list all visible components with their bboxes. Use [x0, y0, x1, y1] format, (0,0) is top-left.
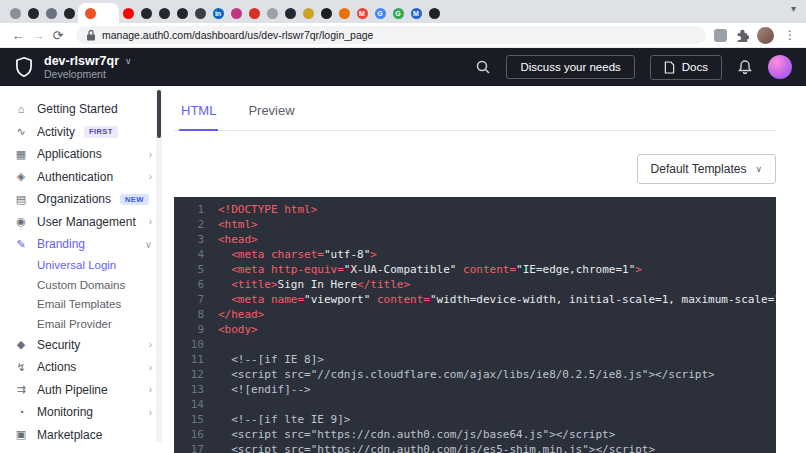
discuss-button-label: Discuss your needs [520, 61, 620, 73]
github-favicon-icon [321, 8, 332, 19]
code-line[interactable]: 8</head> [174, 307, 776, 322]
sidebar-item-getting-started[interactable]: ⌂Getting Started [0, 98, 164, 121]
user-avatar[interactable] [768, 55, 792, 79]
sidebar-item-branding[interactable]: ✎Branding∨ [0, 233, 164, 256]
sidebar-item-applications[interactable]: ▦Applications› [0, 143, 164, 166]
discuss-your-needs-button[interactable]: Discuss your needs [506, 55, 634, 79]
sidebar-item-label: Applications [37, 147, 102, 161]
browser-tab[interactable] [173, 3, 191, 23]
url-text: manage.auth0.com/dashboard/us/dev-rlswr7… [102, 29, 373, 41]
back-icon[interactable]: ← [8, 28, 28, 43]
extension-icon[interactable] [714, 29, 727, 42]
tenant-switcher[interactable]: dev-rlswr7qr ∨ Development [44, 54, 132, 80]
security-icon: ◆ [14, 338, 28, 351]
browser-tab[interactable] [425, 3, 443, 23]
browser-tab[interactable] [263, 3, 281, 23]
app-favicon-icon [429, 8, 440, 19]
sidebar-item-marketplace[interactable]: ▣Marketplace [0, 424, 164, 447]
line-number: 12 [174, 367, 218, 382]
sidebar-item-label: Email Provider [37, 318, 112, 330]
browser-tab[interactable] [335, 3, 353, 23]
browser-tab[interactable] [155, 3, 173, 23]
browser-tab[interactable]: in [209, 3, 227, 23]
sidebar-item-organizations[interactable]: ▤OrganizationsNEW [0, 188, 164, 211]
browser-tab[interactable] [227, 3, 245, 23]
sidebar-item-custom-domains[interactable]: Custom Domains [0, 275, 164, 295]
browser-tab[interactable]: M [353, 3, 371, 23]
browser-tab-active[interactable] [78, 3, 119, 23]
browser-menu-icon[interactable]: ⋮ [782, 28, 798, 42]
sidebar-item-security[interactable]: ◆Security› [0, 334, 164, 357]
browser-tab[interactable] [137, 3, 155, 23]
browser-tab[interactable] [245, 3, 263, 23]
browser-tab[interactable]: G [389, 3, 407, 23]
browser-profile-avatar[interactable] [757, 27, 774, 44]
sidebar-item-email-provider[interactable]: Email Provider [0, 314, 164, 334]
code-editor[interactable]: 1<!DOCTYPE html>2<html>3<head>4 <meta ch… [174, 197, 776, 453]
code-text: <title>Sign In Here</title> [218, 277, 410, 292]
line-number: 5 [174, 262, 218, 277]
forward-icon[interactable]: → [28, 28, 48, 43]
code-text: <html> [218, 217, 258, 232]
main-content: HTML Preview Default Templates ∨ 1<!DOCT… [164, 86, 806, 453]
browser-tab[interactable] [24, 3, 42, 23]
browser-tab[interactable] [191, 3, 209, 23]
code-line[interactable]: 5 <meta http-equiv="X-UA-Compatible" con… [174, 262, 776, 277]
default-templates-label: Default Templates [651, 162, 747, 176]
code-line[interactable]: 16 <script src="https://cdn.auth0.com/js… [174, 427, 776, 442]
code-lines: 1<!DOCTYPE html>2<html>3<head>4 <meta ch… [174, 202, 776, 453]
code-line[interactable]: 17 <script src="https://cdn.auth0.com/js… [174, 442, 776, 453]
auth0-shield-logo-icon[interactable] [14, 56, 34, 78]
organizations-icon: ▤ [14, 193, 28, 206]
code-text: <meta http-equiv="X-UA-Compatible" conte… [218, 262, 642, 277]
code-line[interactable]: 14 [174, 397, 776, 412]
code-line[interactable]: 15 <!--[if lte IE 9]> [174, 412, 776, 427]
activity-icon: ∿ [14, 125, 28, 138]
sidebar-item-actions[interactable]: ↯Actions› [0, 356, 164, 379]
sidebar-item-email-templates[interactable]: Email Templates [0, 295, 164, 315]
code-line[interactable]: 10 [174, 337, 776, 352]
browser-tab[interactable] [281, 3, 299, 23]
sidebar-item-user-management[interactable]: ◉User Management› [0, 211, 164, 234]
tab-preview[interactable]: Preview [246, 99, 296, 130]
docs-button[interactable]: Docs [650, 55, 722, 80]
sidebar-item-universal-login[interactable]: Universal Login [0, 256, 164, 276]
sidebar-scrollbar-thumb[interactable] [157, 90, 161, 138]
extensions-puzzle-icon[interactable] [735, 28, 749, 42]
browser-tab[interactable] [42, 3, 60, 23]
browser-tab[interactable]: M [407, 3, 425, 23]
browser-tab[interactable] [119, 3, 137, 23]
tab-search-chevron-icon[interactable]: ▾ [791, 3, 796, 14]
browser-tab[interactable] [6, 3, 24, 23]
default-templates-dropdown[interactable]: Default Templates ∨ [637, 154, 776, 184]
browser-tab[interactable]: G [371, 3, 389, 23]
notifications-bell-icon[interactable] [737, 59, 753, 75]
code-line[interactable]: 13 <![endif]--> [174, 382, 776, 397]
search-icon[interactable] [475, 59, 491, 75]
tab-html[interactable]: HTML [179, 99, 218, 131]
code-line[interactable]: 9<body> [174, 322, 776, 337]
browser-tab[interactable] [60, 3, 78, 23]
code-line[interactable]: 3<head> [174, 232, 776, 247]
sidebar-item-monitoring[interactable]: ◔Monitoring› [0, 401, 164, 424]
browser-tab[interactable] [299, 3, 317, 23]
code-line[interactable]: 4 <meta charset="utf-8"> [174, 247, 776, 262]
line-number: 1 [174, 202, 218, 217]
app-favicon-icon [159, 8, 170, 19]
code-line[interactable]: 7 <meta name="viewport" content="width=d… [174, 292, 776, 307]
code-line[interactable]: 2<html> [174, 217, 776, 232]
code-line[interactable]: 6 <title>Sign In Here</title> [174, 277, 776, 292]
chevron-right-icon: › [149, 339, 152, 350]
sidebar-item-activity[interactable]: ∿ActivityFIRST [0, 121, 164, 144]
code-line[interactable]: 12 <script src="//cdnjs.cloudflare.com/a… [174, 367, 776, 382]
sidebar-scrollbar[interactable] [156, 88, 162, 443]
code-line[interactable]: 11 <!--[if IE 8]> [174, 352, 776, 367]
chevron-down-icon: ∨ [145, 239, 152, 250]
sidebar-item-auth-pipeline[interactable]: ⇉Auth Pipeline› [0, 379, 164, 402]
sidebar-item-authentication[interactable]: ◈Authentication› [0, 166, 164, 189]
sidebar: ⌂Getting Started∿ActivityFIRST▦Applicati… [0, 86, 164, 453]
browser-tab[interactable] [317, 3, 335, 23]
code-line[interactable]: 1<!DOCTYPE html> [174, 202, 776, 217]
address-bar[interactable]: manage.auth0.com/dashboard/us/dev-rlswr7… [76, 26, 706, 44]
refresh-icon[interactable]: ⟳ [48, 28, 68, 43]
